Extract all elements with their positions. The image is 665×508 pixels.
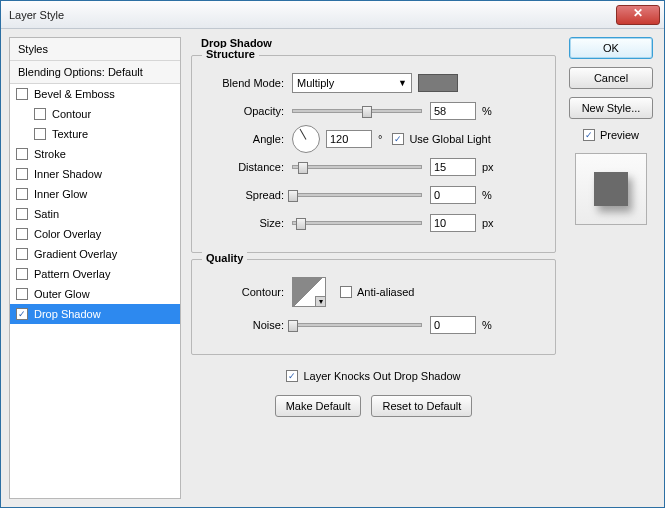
preview-row: Preview — [583, 129, 639, 141]
size-row: Size: px — [204, 212, 543, 234]
shadow-color-swatch[interactable] — [418, 74, 458, 92]
blend-mode-select[interactable]: Multiply ▼ — [292, 73, 412, 93]
opacity-row: Opacity: % — [204, 100, 543, 122]
sidebar-item-label: Pattern Overlay — [34, 268, 110, 280]
sidebar-item-label: Drop Shadow — [34, 308, 101, 320]
sidebar-item-contour[interactable]: Contour — [10, 104, 180, 124]
sidebar-item-label: Inner Glow — [34, 188, 87, 200]
noise-input[interactable] — [430, 316, 476, 334]
style-checkbox[interactable] — [16, 148, 28, 160]
sidebar-item-gradient-overlay[interactable]: Gradient Overlay — [10, 244, 180, 264]
style-checkbox[interactable] — [16, 288, 28, 300]
size-unit: px — [482, 217, 494, 229]
layer-style-dialog: Layer Style ✕ Styles Blending Options: D… — [0, 0, 665, 508]
noise-slider[interactable] — [292, 323, 422, 327]
preview-label: Preview — [600, 129, 639, 141]
spread-unit: % — [482, 189, 492, 201]
style-checkbox[interactable] — [34, 128, 46, 140]
angle-row: Angle: ° Use Global Light — [204, 128, 543, 150]
blend-mode-value: Multiply — [297, 77, 334, 89]
sidebar-item-bevel-emboss[interactable]: Bevel & Emboss — [10, 84, 180, 104]
knockout-checkbox[interactable] — [286, 370, 298, 382]
opacity-input[interactable] — [430, 102, 476, 120]
style-checkbox[interactable] — [16, 228, 28, 240]
style-list: Bevel & EmbossContourTextureStrokeInner … — [10, 84, 180, 324]
slider-thumb[interactable] — [288, 320, 298, 332]
preview-checkbox[interactable] — [583, 129, 595, 141]
angle-needle — [300, 129, 307, 140]
style-checkbox[interactable] — [16, 308, 28, 320]
quality-fieldset: Quality Contour: ▾ Anti-aliased Noise: % — [191, 259, 556, 355]
sidebar-item-stroke[interactable]: Stroke — [10, 144, 180, 164]
contour-label: Contour: — [204, 286, 292, 298]
sidebar-item-satin[interactable]: Satin — [10, 204, 180, 224]
sidebar-item-label: Satin — [34, 208, 59, 220]
opacity-unit: % — [482, 105, 492, 117]
new-style-button[interactable]: New Style... — [569, 97, 653, 119]
sidebar-item-label: Contour — [52, 108, 91, 120]
sidebar-item-label: Texture — [52, 128, 88, 140]
chevron-down-icon: ▼ — [398, 78, 407, 88]
style-checkbox[interactable] — [16, 248, 28, 260]
sidebar-item-label: Outer Glow — [34, 288, 90, 300]
angle-dial[interactable] — [292, 125, 320, 153]
dialog-content: Styles Blending Options: Default Bevel &… — [1, 29, 664, 507]
distance-input[interactable] — [430, 158, 476, 176]
style-checkbox[interactable] — [34, 108, 46, 120]
style-checkbox[interactable] — [16, 208, 28, 220]
distance-row: Distance: px — [204, 156, 543, 178]
default-buttons-row: Make Default Reset to Default — [191, 395, 556, 417]
sidebar-item-label: Inner Shadow — [34, 168, 102, 180]
sidebar-item-label: Bevel & Emboss — [34, 88, 115, 100]
slider-thumb[interactable] — [298, 162, 308, 174]
close-button[interactable]: ✕ — [616, 5, 660, 25]
contour-picker[interactable]: ▾ — [292, 277, 326, 307]
ok-button[interactable]: OK — [569, 37, 653, 59]
noise-label: Noise: — [204, 319, 292, 331]
sidebar-blending-options[interactable]: Blending Options: Default — [10, 61, 180, 84]
slider-thumb[interactable] — [362, 106, 372, 118]
sidebar-item-color-overlay[interactable]: Color Overlay — [10, 224, 180, 244]
sidebar-item-inner-glow[interactable]: Inner Glow — [10, 184, 180, 204]
distance-slider[interactable] — [292, 165, 422, 169]
angle-label: Angle: — [204, 133, 292, 145]
opacity-slider[interactable] — [292, 109, 422, 113]
antialias-label: Anti-aliased — [357, 286, 414, 298]
titlebar: Layer Style ✕ — [1, 1, 664, 29]
angle-unit: ° — [378, 133, 382, 145]
quality-legend: Quality — [202, 252, 247, 264]
reset-default-button[interactable]: Reset to Default — [371, 395, 472, 417]
slider-thumb[interactable] — [288, 190, 298, 202]
style-checkbox[interactable] — [16, 88, 28, 100]
sidebar-header[interactable]: Styles — [10, 38, 180, 61]
sidebar-item-outer-glow[interactable]: Outer Glow — [10, 284, 180, 304]
right-panel: OK Cancel New Style... Preview — [566, 37, 656, 499]
antialias-checkbox[interactable] — [340, 286, 352, 298]
make-default-button[interactable]: Make Default — [275, 395, 362, 417]
spread-slider[interactable] — [292, 193, 422, 197]
global-light-label: Use Global Light — [409, 133, 490, 145]
styles-sidebar: Styles Blending Options: Default Bevel &… — [9, 37, 181, 499]
sidebar-item-label: Color Overlay — [34, 228, 101, 240]
sidebar-item-texture[interactable]: Texture — [10, 124, 180, 144]
cancel-button[interactable]: Cancel — [569, 67, 653, 89]
size-slider[interactable] — [292, 221, 422, 225]
sidebar-item-drop-shadow[interactable]: Drop Shadow — [10, 304, 180, 324]
slider-thumb[interactable] — [296, 218, 306, 230]
structure-fieldset: Structure Blend Mode: Multiply ▼ Opacity… — [191, 55, 556, 253]
global-light-checkbox[interactable] — [392, 133, 404, 145]
size-input[interactable] — [430, 214, 476, 232]
blend-mode-label: Blend Mode: — [204, 77, 292, 89]
spread-input[interactable] — [430, 186, 476, 204]
angle-input[interactable] — [326, 130, 372, 148]
chevron-down-icon: ▾ — [315, 296, 325, 306]
sidebar-item-inner-shadow[interactable]: Inner Shadow — [10, 164, 180, 184]
style-checkbox[interactable] — [16, 168, 28, 180]
effect-panel: Drop Shadow Structure Blend Mode: Multip… — [191, 37, 556, 499]
style-checkbox[interactable] — [16, 188, 28, 200]
distance-unit: px — [482, 161, 494, 173]
sidebar-item-pattern-overlay[interactable]: Pattern Overlay — [10, 264, 180, 284]
contour-row: Contour: ▾ Anti-aliased — [204, 276, 543, 308]
spread-row: Spread: % — [204, 184, 543, 206]
style-checkbox[interactable] — [16, 268, 28, 280]
